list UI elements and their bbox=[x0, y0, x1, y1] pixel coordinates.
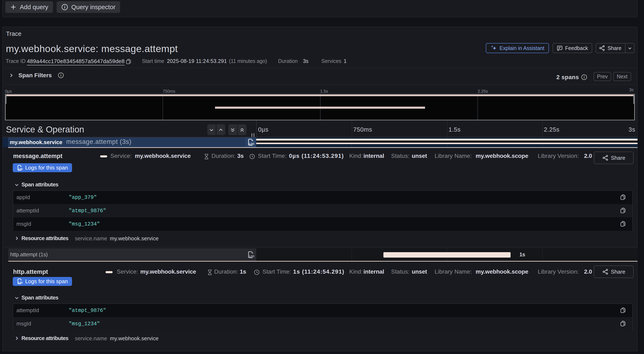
svg-text:LOG: LOG bbox=[249, 255, 254, 258]
svg-text:LOG: LOG bbox=[18, 281, 23, 284]
svg-text:LOG: LOG bbox=[18, 168, 23, 170]
svg-text:LOG: LOG bbox=[249, 142, 254, 145]
